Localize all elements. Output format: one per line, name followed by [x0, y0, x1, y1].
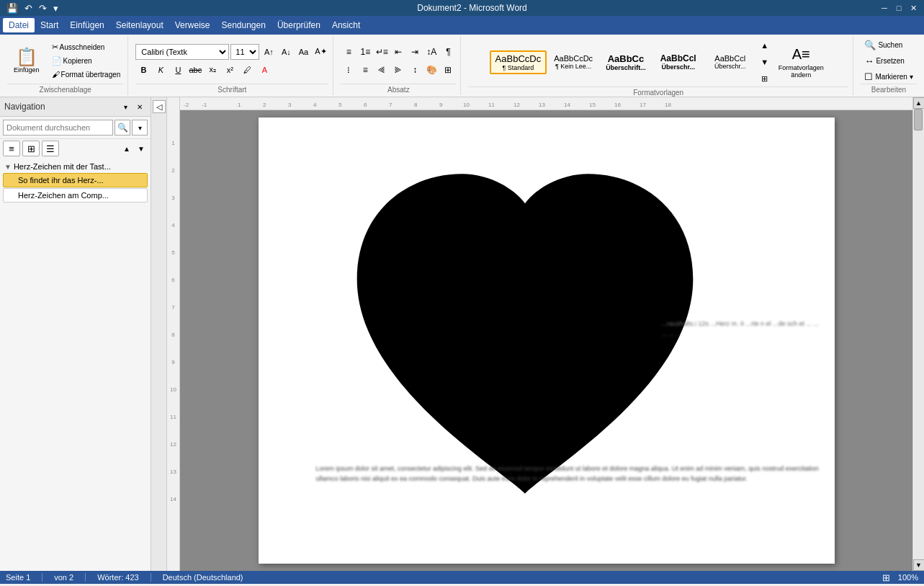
- font-name-select[interactable]: Calibri (Textk: [135, 44, 229, 60]
- doc-scroll[interactable]: ...raushalts.i 12s ...Herz m. II ...rte …: [180, 110, 912, 571]
- layout-btn[interactable]: ⊞: [880, 571, 892, 585]
- sort-btn[interactable]: ↕A: [423, 44, 439, 60]
- menu-tab-verweise[interactable]: Verweise: [169, 18, 216, 32]
- font-grow-btn[interactable]: A↑: [261, 44, 277, 60]
- styles-scroll-dn[interactable]: ▼: [757, 54, 773, 70]
- indent-inc-btn[interactable]: ⇥: [407, 44, 423, 60]
- format-uebertragen-btn[interactable]: 🖌 Format übertragen: [49, 68, 124, 80]
- status-words: Wörter: 423: [97, 573, 138, 582]
- maximize-btn[interactable]: □: [892, 1, 905, 14]
- svg-text:3: 3: [288, 102, 292, 108]
- style-kein[interactable]: AaBbCcDc ¶ Kein Lee...: [548, 51, 598, 73]
- align-center-btn[interactable]: ≡: [357, 62, 373, 78]
- align-right-btn[interactable]: ⫷: [374, 62, 390, 78]
- superscript-btn[interactable]: x²: [222, 62, 238, 78]
- bold-btn[interactable]: B: [135, 62, 151, 78]
- shading-btn[interactable]: 🎨: [423, 62, 439, 78]
- subscript-btn[interactable]: x₂: [205, 62, 220, 78]
- doc-area: -2 -1 1 2 3 4 5 6 7 8 9 10 11 12 13 14 1…: [180, 97, 912, 571]
- nav-search-btn[interactable]: 🔍: [115, 120, 130, 136]
- title-bar: 💾 ↶ ↷ ▾ Dokument2 - Microsoft Word ─ □ ✕: [0, 0, 924, 16]
- nav-view-results-btn[interactable]: ☰: [42, 141, 59, 156]
- align-justify-btn[interactable]: ⫸: [390, 62, 406, 78]
- formatvorlagen-aendern-btn[interactable]: A≡ Formatvorlagenändern: [775, 44, 827, 81]
- close-btn[interactable]: ✕: [907, 1, 920, 14]
- font-size-select[interactable]: 11: [230, 44, 259, 60]
- highlight-btn[interactable]: 🖊: [239, 62, 255, 78]
- menu-tab-ueberpruefen[interactable]: Überprüfen: [272, 18, 326, 32]
- doc-text-upper-right: ...raushalts.i 12s ...Herz m. II ...rte …: [662, 319, 820, 339]
- doc-page[interactable]: ...raushalts.i 12s ...Herz m. II ...rte …: [259, 117, 835, 564]
- nav-expand-btn[interactable]: ▾: [119, 100, 132, 113]
- einf-btn[interactable]: 📋 Einfügen: [7, 46, 46, 76]
- clear-format-btn[interactable]: Aa: [295, 44, 311, 60]
- doc-text-lower: Lorem ipsum dolor sit amet, consectetur …: [316, 463, 820, 484]
- nav-view-pages-btn[interactable]: ⊞: [22, 141, 40, 156]
- menu-tab-start[interactable]: Start: [35, 18, 64, 32]
- svg-text:18: 18: [665, 102, 671, 108]
- nav-section-1[interactable]: ▼ Herz-Zeichen mit der Tast...: [0, 161, 151, 172]
- styles-scroll-up[interactable]: ▲: [757, 37, 773, 53]
- scroll-thumb[interactable]: [914, 109, 923, 130]
- style-h3[interactable]: AaBbCcl Überschr...: [705, 51, 755, 73]
- minimize-btn[interactable]: ─: [878, 1, 891, 14]
- menu-tab-datei[interactable]: Datei: [3, 18, 35, 32]
- nav-tree-item-1[interactable]: So findet ihr das Herz-...: [3, 173, 148, 187]
- styles-more-btn[interactable]: ⊞: [757, 71, 773, 86]
- list-multi-btn[interactable]: ↵≡: [374, 44, 390, 60]
- nav-view-headings-btn[interactable]: ≡: [3, 141, 20, 156]
- svg-text:5: 5: [338, 102, 342, 108]
- font-shrink-btn[interactable]: A↓: [278, 44, 294, 60]
- nav-tree-item-2[interactable]: Herz-Zeichen am Comp...: [3, 188, 148, 203]
- scroll-dn-btn[interactable]: ▼: [913, 559, 925, 571]
- save-quick-btn[interactable]: 💾: [4, 1, 20, 15]
- ersetzen-btn[interactable]: ↔ Ersetzen: [861, 54, 907, 68]
- scroll-track[interactable]: [914, 109, 924, 559]
- list-bullet-btn[interactable]: ≡: [341, 44, 356, 60]
- svg-text:-1: -1: [202, 102, 207, 108]
- nav-view-row: ≡ ⊞ ☰ ▲ ▼: [0, 139, 151, 158]
- nav-scroll-dn-btn[interactable]: ▼: [135, 142, 148, 155]
- font-color-btn[interactable]: A: [256, 62, 272, 78]
- undo-quick-btn[interactable]: ↶: [22, 1, 35, 15]
- nav-close-btn[interactable]: ✕: [133, 100, 146, 113]
- sidebar-toggle-btn[interactable]: ◁: [153, 100, 166, 113]
- nav-search-bar: 🔍 ▾: [0, 117, 151, 139]
- align-left-btn[interactable]: ⫶: [341, 62, 356, 78]
- ribbon-group-zwischenablage: 📋 Einfügen ✂ Ausschneiden 📄 Kopieren: [3, 36, 128, 95]
- style-h2[interactable]: AaBbCcl Überschr...: [653, 50, 704, 74]
- qa-dropdown-btn[interactable]: ▾: [51, 1, 60, 15]
- redo-quick-btn[interactable]: ↷: [37, 1, 49, 15]
- pilcrow-btn[interactable]: ¶: [440, 44, 456, 60]
- ausschneiden-btn[interactable]: ✂ Ausschneiden: [49, 41, 124, 53]
- style-h1[interactable]: AaBbCc Überschrift...: [600, 50, 652, 74]
- indent-dec-btn[interactable]: ⇤: [390, 44, 406, 60]
- markieren-btn[interactable]: ☐ Markieren ▾: [861, 70, 915, 84]
- svg-text:10: 10: [463, 102, 470, 108]
- underline-btn[interactable]: U: [170, 62, 186, 78]
- menu-tab-einfuegen[interactable]: Einfügen: [64, 18, 109, 32]
- ribbon-group-absatz: ≡ 1≡ ↵≡ ⇤ ⇥ ↕A ¶ ⫶ ≡ ⫷ ⫸ ↕ 🎨 ⊞: [336, 36, 461, 95]
- kopieren-btn[interactable]: 📄 Kopieren: [49, 55, 124, 67]
- borders-btn[interactable]: ⊞: [440, 62, 456, 78]
- style-standard[interactable]: AaBbCcDc ¶ Standard: [490, 50, 547, 74]
- menu-tab-seitenlayout[interactable]: Seitenlayout: [110, 18, 169, 32]
- text-effect-btn[interactable]: A✦: [313, 44, 328, 60]
- svg-text:17: 17: [640, 102, 646, 108]
- svg-text:9: 9: [439, 102, 443, 108]
- suchen-btn[interactable]: 🔍 Suchen: [861, 38, 905, 52]
- menu-tab-sendungen[interactable]: Sendungen: [215, 18, 271, 32]
- list-number-btn[interactable]: 1≡: [357, 44, 373, 60]
- strikethrough-btn[interactable]: abc: [187, 62, 203, 78]
- italic-btn[interactable]: K: [153, 62, 169, 78]
- menu-tab-ansicht[interactable]: Ansicht: [326, 18, 366, 32]
- svg-text:-2: -2: [184, 102, 189, 108]
- nav-scroll-up-btn[interactable]: ▲: [120, 142, 133, 155]
- svg-text:4: 4: [313, 102, 317, 108]
- nav-search-dropdown[interactable]: ▾: [132, 120, 148, 136]
- nav-search-input[interactable]: [3, 120, 113, 136]
- line-spacing-btn[interactable]: ↕: [407, 62, 423, 78]
- scroll-up-btn[interactable]: ▲: [913, 97, 925, 109]
- v-ruler: 1 2 3 4 5 6 7 8 9 10 11 12 13 14: [167, 97, 180, 571]
- svg-text:16: 16: [614, 102, 621, 108]
